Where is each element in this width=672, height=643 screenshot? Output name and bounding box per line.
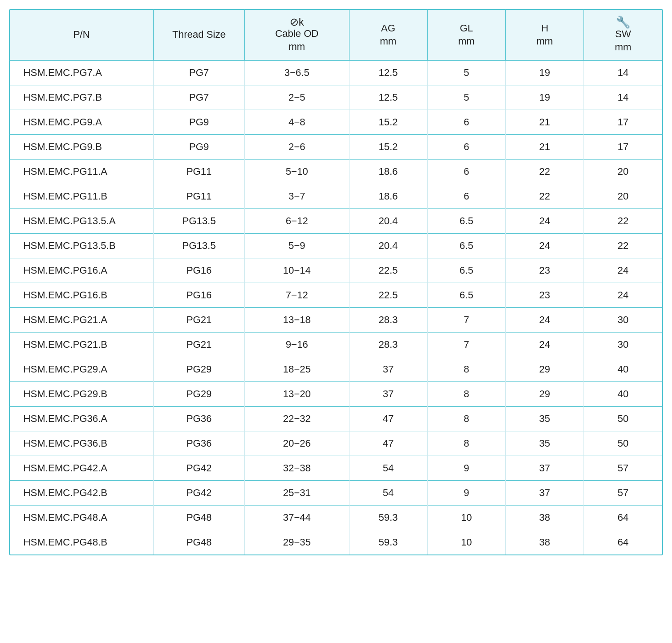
cell-pn: HSM.EMC.PG48.A <box>10 506 153 530</box>
cell-sw: 64 <box>584 530 662 555</box>
cell-cable: 2−6 <box>245 135 349 160</box>
cell-pn: HSM.EMC.PG21.B <box>10 333 153 357</box>
cable-icon: ⊘k <box>249 17 344 27</box>
cell-ag: 59.3 <box>349 506 427 530</box>
cell-sw: 17 <box>584 135 662 160</box>
cell-h: 19 <box>505 60 584 85</box>
cell-h: 24 <box>505 234 584 258</box>
cell-ag: 28.3 <box>349 333 427 357</box>
cell-h: 35 <box>505 431 584 456</box>
cell-thread: PG42 <box>153 456 244 481</box>
cell-pn: HSM.EMC.PG42.B <box>10 481 153 506</box>
cell-gl: 6.5 <box>427 234 505 258</box>
cell-ag: 47 <box>349 431 427 456</box>
cell-ag: 37 <box>349 382 427 407</box>
cell-thread: PG11 <box>153 160 244 184</box>
cell-sw: 30 <box>584 308 662 333</box>
cell-gl: 6.5 <box>427 283 505 308</box>
cell-pn: HSM.EMC.PG29.B <box>10 382 153 407</box>
cell-gl: 6.5 <box>427 258 505 283</box>
cell-ag: 20.4 <box>349 234 427 258</box>
cell-thread: PG16 <box>153 283 244 308</box>
table-row: HSM.EMC.PG11.BPG113−718.662220 <box>10 184 662 209</box>
cell-gl: 5 <box>427 85 505 110</box>
header-ag: AG mm <box>349 10 427 60</box>
cell-pn: HSM.EMC.PG36.B <box>10 431 153 456</box>
cell-pn: HSM.EMC.PG13.5.A <box>10 209 153 234</box>
cell-sw: 17 <box>584 110 662 135</box>
cell-thread: PG29 <box>153 357 244 382</box>
cell-gl: 9 <box>427 456 505 481</box>
cell-h: 22 <box>505 160 584 184</box>
cell-ag: 15.2 <box>349 110 427 135</box>
cell-h: 22 <box>505 184 584 209</box>
table-row: HSM.EMC.PG9.APG94−815.262117 <box>10 110 662 135</box>
cell-cable: 20−26 <box>245 431 349 456</box>
cell-cable: 29−35 <box>245 530 349 555</box>
cell-cable: 13−20 <box>245 382 349 407</box>
cell-sw: 40 <box>584 382 662 407</box>
cell-cable: 7−12 <box>245 283 349 308</box>
cell-sw: 57 <box>584 456 662 481</box>
cell-h: 24 <box>505 308 584 333</box>
cell-thread: PG13.5 <box>153 234 244 258</box>
cell-ag: 37 <box>349 357 427 382</box>
cell-cable: 4−8 <box>245 110 349 135</box>
cell-cable: 32−38 <box>245 456 349 481</box>
cell-gl: 8 <box>427 431 505 456</box>
cell-pn: HSM.EMC.PG36.A <box>10 407 153 431</box>
cell-h: 23 <box>505 258 584 283</box>
cell-ag: 54 <box>349 456 427 481</box>
table-row: HSM.EMC.PG42.APG4232−385493757 <box>10 456 662 481</box>
table-row: HSM.EMC.PG7.APG73−6.512.551914 <box>10 60 662 85</box>
cell-sw: 22 <box>584 234 662 258</box>
cell-gl: 8 <box>427 407 505 431</box>
table-row: HSM.EMC.PG36.APG3622−324783550 <box>10 407 662 431</box>
table-row: HSM.EMC.PG42.BPG4225−315493757 <box>10 481 662 506</box>
cell-sw: 24 <box>584 283 662 308</box>
header-pn: P/N <box>10 10 153 60</box>
cell-ag: 18.6 <box>349 160 427 184</box>
cell-cable: 3−7 <box>245 184 349 209</box>
cell-sw: 22 <box>584 209 662 234</box>
cell-thread: PG7 <box>153 85 244 110</box>
cell-gl: 9 <box>427 481 505 506</box>
cell-cable: 18−25 <box>245 357 349 382</box>
cell-h: 21 <box>505 110 584 135</box>
cell-cable: 5−9 <box>245 234 349 258</box>
cell-pn: HSM.EMC.PG11.B <box>10 184 153 209</box>
cell-cable: 22−32 <box>245 407 349 431</box>
cell-cable: 25−31 <box>245 481 349 506</box>
cell-thread: PG11 <box>153 184 244 209</box>
cell-cable: 9−16 <box>245 333 349 357</box>
product-table: P/N Thread Size ⊘k Cable OD mm AG mm GL … <box>9 9 663 555</box>
header-h: H mm <box>505 10 584 60</box>
cell-pn: HSM.EMC.PG7.A <box>10 60 153 85</box>
table-row: HSM.EMC.PG7.BPG72−512.551914 <box>10 85 662 110</box>
cell-gl: 8 <box>427 382 505 407</box>
table-row: HSM.EMC.PG13.5.BPG13.55−920.46.52422 <box>10 234 662 258</box>
cell-sw: 14 <box>584 60 662 85</box>
cell-ag: 15.2 <box>349 135 427 160</box>
cell-h: 37 <box>505 456 584 481</box>
cell-h: 37 <box>505 481 584 506</box>
cell-thread: PG7 <box>153 60 244 85</box>
cell-thread: PG29 <box>153 382 244 407</box>
cell-gl: 8 <box>427 357 505 382</box>
table-row: HSM.EMC.PG36.BPG3620−264783550 <box>10 431 662 456</box>
cell-pn: HSM.EMC.PG16.B <box>10 283 153 308</box>
cell-ag: 12.5 <box>349 60 427 85</box>
cell-ag: 47 <box>349 407 427 431</box>
cell-pn: HSM.EMC.PG9.B <box>10 135 153 160</box>
cell-pn: HSM.EMC.PG21.A <box>10 308 153 333</box>
cell-pn: HSM.EMC.PG13.5.B <box>10 234 153 258</box>
cell-thread: PG48 <box>153 506 244 530</box>
cell-ag: 12.5 <box>349 85 427 110</box>
cell-pn: HSM.EMC.PG7.B <box>10 85 153 110</box>
cell-gl: 5 <box>427 60 505 85</box>
cell-thread: PG36 <box>153 431 244 456</box>
cell-h: 38 <box>505 506 584 530</box>
table-row: HSM.EMC.PG29.APG2918−253782940 <box>10 357 662 382</box>
cell-h: 19 <box>505 85 584 110</box>
table-row: HSM.EMC.PG13.5.APG13.56−1220.46.52422 <box>10 209 662 234</box>
